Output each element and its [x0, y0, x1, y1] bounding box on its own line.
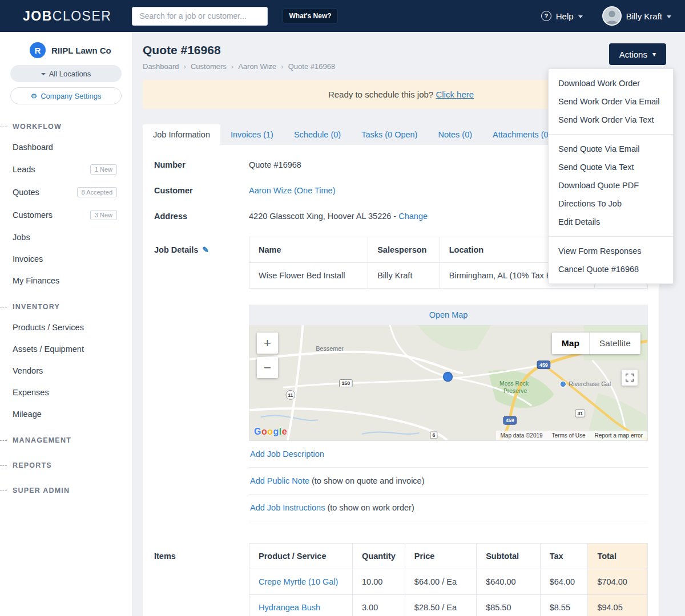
item-price: $64.00 / Ea [405, 569, 476, 595]
breadcrumb-customer-name[interactable]: Aaron Wize [238, 62, 276, 71]
sidebar-item-leads[interactable]: Leads1 New [0, 158, 132, 181]
sidebar-item-expenses[interactable]: Expenses [0, 382, 132, 403]
menu-item-download-quote-pdf[interactable]: Download Quote PDF [549, 176, 673, 194]
address-label: Address [154, 211, 249, 221]
tab-job-information[interactable]: Job Information [143, 124, 220, 145]
sidebar-item-vendors[interactable]: Vendors [0, 360, 132, 382]
menu-item-cancel-quote[interactable]: Cancel Quote #16968 [549, 260, 673, 278]
breadcrumb-current: Quote #16968 [288, 62, 335, 71]
menu-item-send-work-order-text[interactable]: Send Work Order Via Text [549, 111, 673, 129]
address-change-link[interactable]: Change [398, 212, 428, 221]
svg-text:6: 6 [432, 432, 435, 438]
item-total: $94.05 [588, 595, 648, 616]
items-label: Items [154, 543, 249, 561]
map-fullscreen-button[interactable] [622, 370, 638, 386]
item-product-link[interactable]: Hydrangea Bush [259, 603, 320, 612]
map-marker[interactable] [444, 372, 453, 382]
sidebar-item-dashboard[interactable]: Dashboard [0, 136, 132, 158]
sidebar-item-my-finances[interactable]: My Finances [0, 270, 132, 291]
tab-tasks[interactable]: Tasks (0 Open) [351, 124, 428, 145]
sidebar-section-reports[interactable]: REPORTS [0, 456, 132, 475]
banner-click-here-link[interactable]: Click here [436, 90, 474, 99]
sidebar-section-inventory[interactable]: INVENTORY [0, 297, 132, 317]
menu-item-download-work-order[interactable]: Download Work Order [549, 74, 673, 92]
tab-notes[interactable]: Notes (0) [428, 124, 482, 145]
tab-schedule[interactable]: Schedule (0) [284, 124, 351, 145]
company-switcher[interactable]: R RIIPL Lawn Co [0, 32, 132, 65]
google-logo[interactable]: Google [254, 427, 287, 437]
breadcrumb-customers[interactable]: Customers [191, 62, 227, 71]
company-settings-button[interactable]: ⚙ Company Settings [10, 87, 122, 104]
open-map-link[interactable]: Open Map [429, 310, 468, 319]
banner-text: Ready to schedule this job? [328, 90, 433, 99]
svg-text:31: 31 [577, 411, 583, 416]
actions-button[interactable]: Actions ▾ [609, 43, 666, 65]
item-subtotal: $85.50 [477, 595, 541, 616]
job-salesperson-cell: Billy Kraft [368, 263, 440, 289]
company-name: RIIPL Lawn Co [51, 46, 111, 55]
customer-label: Customer [154, 185, 249, 195]
menu-item-send-quote-email[interactable]: Send Quote Via Email [549, 140, 673, 158]
tab-invoices[interactable]: Invoices (1) [220, 124, 284, 145]
sidebar: R RIIPL Lawn Co All Locations ⚙ Company … [0, 32, 132, 616]
map-container: Bessemer Moss Rock Preserve Riverchase G… [249, 325, 648, 441]
item-tax: $8.55 [540, 595, 588, 616]
edit-pencil-icon[interactable]: ✎ [202, 245, 209, 254]
map-zoom-out-button[interactable]: − [257, 357, 278, 378]
whats-new-button[interactable]: What's New? [283, 9, 337, 23]
svg-text:150: 150 [341, 380, 350, 386]
public-note-hint: (to show on quote and invoice) [312, 476, 425, 485]
number-label: Number [154, 160, 249, 169]
sidebar-item-customers[interactable]: Customers3 New [0, 204, 132, 226]
map-view-button[interactable]: Map [552, 333, 589, 354]
sidebar-item-assets-equipment[interactable]: Assets / Equipment [0, 338, 132, 360]
user-menu[interactable]: Billy Kraft [602, 6, 671, 26]
terms-of-use-link[interactable]: Terms of Use [552, 432, 586, 439]
sidebar-item-jobs[interactable]: Jobs [0, 226, 132, 248]
company-logo-icon: R [30, 42, 46, 58]
add-job-instructions-link[interactable]: Add Job Instructions [250, 503, 325, 512]
route-shield-459-north: 459 [537, 361, 550, 369]
sidebar-item-products-services[interactable]: Products / Services [0, 317, 132, 338]
route-shield-459-south: 459 [503, 416, 517, 424]
satellite-view-button[interactable]: Satellite [589, 333, 640, 354]
map-label-park-1: Moss Rock [499, 380, 529, 387]
breadcrumb-dashboard[interactable]: Dashboard [143, 62, 179, 71]
customer-type-link[interactable]: (One Time) [294, 186, 336, 195]
place-pin-icon[interactable] [560, 381, 566, 387]
menu-item-directions-to-job[interactable]: Directions To Job [549, 194, 673, 213]
items-table-row: Crepe Myrtle (10 Gal) 10.00 $64.00 / Ea … [249, 569, 648, 595]
item-price: $28.50 / Ea [405, 595, 476, 616]
add-public-note-link[interactable]: Add Public Note [250, 476, 309, 485]
sidebar-item-quotes[interactable]: Quotes8 Accepted [0, 181, 132, 204]
job-name-cell: Wise Flower Bed Install [249, 263, 368, 289]
help-menu[interactable]: ? Help [541, 11, 583, 21]
search-input[interactable] [132, 7, 268, 26]
item-tax: $64.00 [540, 569, 588, 595]
menu-item-send-quote-text[interactable]: Send Quote Via Text [549, 158, 673, 176]
customer-link[interactable]: Aaron Wize [249, 186, 292, 195]
sidebar-section-super-admin[interactable]: SUPER ADMIN [0, 481, 132, 500]
menu-item-view-form-responses[interactable]: View Form Responses [549, 242, 673, 260]
sidebar-item-invoices[interactable]: Invoices [0, 248, 132, 270]
menu-item-send-work-order-email[interactable]: Send Work Order Via Email [549, 92, 673, 111]
sidebar-section-workflow[interactable]: WORKFLOW [0, 117, 132, 136]
map-zoom-in-button[interactable]: + [257, 333, 278, 354]
open-map-bar: Open Map [249, 305, 648, 325]
item-product-link[interactable]: Crepe Myrtle (10 Gal) [259, 577, 338, 586]
help-icon: ? [541, 11, 551, 21]
sidebar-item-mileage[interactable]: Mileage [0, 403, 132, 425]
address-value: 4220 Glasscott Xing, Hoover AL 35226 - [249, 212, 396, 221]
chevron-down-icon [41, 73, 46, 75]
add-job-description-link[interactable]: Add Job Description [250, 449, 324, 459]
report-map-error-link[interactable]: Report a map error [595, 432, 643, 439]
user-name: Billy Kraft [626, 11, 662, 21]
menu-item-edit-details[interactable]: Edit Details [549, 213, 673, 231]
add-job-instructions-row: Add Job Instructions (to show on work or… [249, 495, 648, 521]
sidebar-section-management[interactable]: MANAGEMENT [0, 431, 132, 450]
items-col-subtotal: Subtotal [477, 544, 541, 569]
app-logo[interactable]: JOBCLOSER [23, 9, 111, 24]
leads-badge: 1 New [90, 164, 117, 175]
items-col-quantity: Quantity [353, 544, 405, 569]
locations-dropdown[interactable]: All Locations [10, 65, 122, 82]
